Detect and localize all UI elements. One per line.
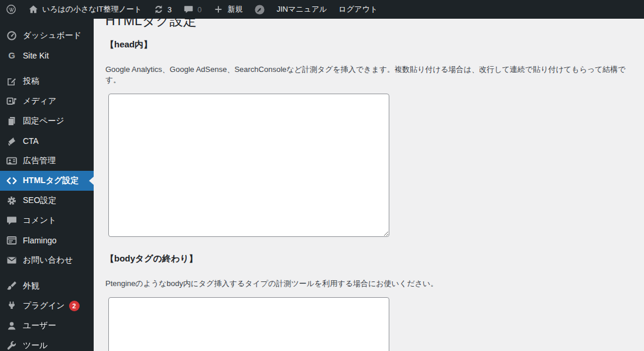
sidebar-item-label: 広告管理 xyxy=(23,156,56,166)
new-label: 新規 xyxy=(227,4,242,15)
comment-count: 0 xyxy=(197,5,201,14)
comments-button[interactable]: 0 xyxy=(177,0,207,19)
sidebar-item-html-tag-settings[interactable]: HTMLタグ設定 xyxy=(0,171,94,191)
site-name: いろはの小さなIT整理ノート xyxy=(42,4,142,15)
sidebar-item-label: 外観 xyxy=(23,281,39,291)
sidebar-item-site-kit[interactable]: G Site Kit xyxy=(0,46,94,66)
comments-icon xyxy=(183,4,194,15)
google-g-icon: G xyxy=(6,50,18,61)
sidebar-item-label: HTMLタグ設定 xyxy=(23,176,79,186)
sidebar-item-flamingo[interactable]: Flamingo xyxy=(0,230,94,250)
comment-icon xyxy=(6,215,18,226)
post-icon xyxy=(6,75,18,87)
sidebar-item-label: プラグイン xyxy=(23,301,65,311)
admin-bar: いろはの小さなIT整理ノート 3 0 新規 JINマニュアル ログアウト xyxy=(0,0,644,19)
sidebar-item-label: CTA xyxy=(23,136,39,146)
head-section-heading: 【head内】 xyxy=(105,38,632,50)
sidebar-item-label: SEO設定 xyxy=(23,195,57,206)
sidebar-item-dashboard[interactable]: ダッシュボード xyxy=(0,26,94,46)
sidebar-item-comments[interactable]: コメント xyxy=(0,211,94,230)
sidebar-item-media[interactable]: メディア xyxy=(0,91,94,111)
media-icon xyxy=(6,95,18,107)
sidebar-item-label: メディア xyxy=(23,96,56,106)
gear-icon xyxy=(6,195,18,207)
code-icon xyxy=(6,175,18,187)
logout-label: ログアウト xyxy=(339,4,378,15)
body-tags-textarea[interactable] xyxy=(108,297,389,351)
jin-manual-label: JINマニュアル xyxy=(276,4,327,15)
pages-icon xyxy=(6,115,18,127)
sidebar-item-plugins[interactable]: プラグイン 2 xyxy=(0,296,94,316)
body-tags-section: 【bodyタグの終わり】 Ptengineのようなbody内にタグ挿入するタイプ… xyxy=(105,252,632,351)
wordpress-menu-button[interactable] xyxy=(0,0,22,19)
sidebar-item-label: 固定ページ xyxy=(23,116,64,126)
sidebar-item-tools[interactable]: ツール xyxy=(0,336,94,351)
sidebar-item-ad-management[interactable]: 広告管理 xyxy=(0,151,94,171)
sidebar-item-label: 投稿 xyxy=(23,76,39,87)
menu-separator xyxy=(0,66,94,71)
sidebar-item-seo-settings[interactable]: SEO設定 xyxy=(0,191,94,211)
plugin-icon xyxy=(6,300,18,312)
current-item-arrow xyxy=(89,177,94,185)
sidebar-item-cta[interactable]: CTA xyxy=(0,131,94,151)
sidebar-item-label: ツール xyxy=(23,340,48,351)
site-name-link[interactable]: いろはの小さなIT整理ノート xyxy=(22,0,148,19)
sidebar-item-label: Flamingo xyxy=(23,236,57,245)
sidebar-item-label: お問い合わせ xyxy=(23,255,73,266)
user-icon xyxy=(6,320,18,332)
sidebar-item-label: Site Kit xyxy=(23,51,49,60)
body-section-heading: 【bodyタグの終わり】 xyxy=(105,252,632,264)
sidebar-item-appearance[interactable]: 外観 xyxy=(0,276,94,296)
menu-separator xyxy=(0,270,94,276)
body-section-description: Ptengineのようなbody内にタグ挿入するタイプの計測ツールを利用する場合… xyxy=(105,278,632,289)
head-section-description: Google Analytics、Google AdSense、SearchCo… xyxy=(105,64,632,85)
head-tags-section: 【head内】 Google Analytics、Google AdSense、… xyxy=(105,38,632,237)
sidebar-item-users[interactable]: ユーザー xyxy=(0,316,94,336)
plus-icon xyxy=(213,4,224,15)
main-content: HTMLタグ設定 【head内】 Google Analytics、Google… xyxy=(94,0,644,351)
updates-button[interactable]: 3 xyxy=(148,0,177,19)
wordpress-logo-icon xyxy=(6,4,16,15)
new-content-button[interactable]: 新規 xyxy=(207,0,248,19)
feedback-icon xyxy=(6,235,18,246)
admin-sidebar: ダッシュボード G Site Kit 投稿 メディア 固定ページ CTA 広告管… xyxy=(0,19,94,351)
site-kit-gauge-icon xyxy=(254,4,265,15)
sidebar-item-pages[interactable]: 固定ページ xyxy=(0,111,94,131)
home-icon xyxy=(28,4,39,15)
jin-manual-link[interactable]: JINマニュアル xyxy=(270,0,333,19)
update-count: 3 xyxy=(167,5,172,14)
sidebar-item-contact[interactable]: お問い合わせ xyxy=(0,250,94,270)
sidebar-item-label: コメント xyxy=(23,215,56,226)
plugin-update-badge: 2 xyxy=(69,301,80,311)
site-kit-bar-button[interactable] xyxy=(248,0,270,19)
paintbrush-icon xyxy=(6,280,18,292)
email-icon xyxy=(6,254,18,266)
logout-link[interactable]: ログアウト xyxy=(333,0,384,19)
id-card-icon xyxy=(6,155,18,167)
updates-icon xyxy=(153,4,164,15)
sidebar-item-label: ユーザー xyxy=(23,321,56,331)
wrench-icon xyxy=(6,340,18,351)
sidebar-item-posts[interactable]: 投稿 xyxy=(0,71,94,91)
head-tags-textarea[interactable] xyxy=(108,94,389,237)
sidebar-item-label: ダッシュボード xyxy=(23,30,81,41)
dashboard-icon xyxy=(6,30,18,42)
megaphone-icon xyxy=(6,135,18,147)
